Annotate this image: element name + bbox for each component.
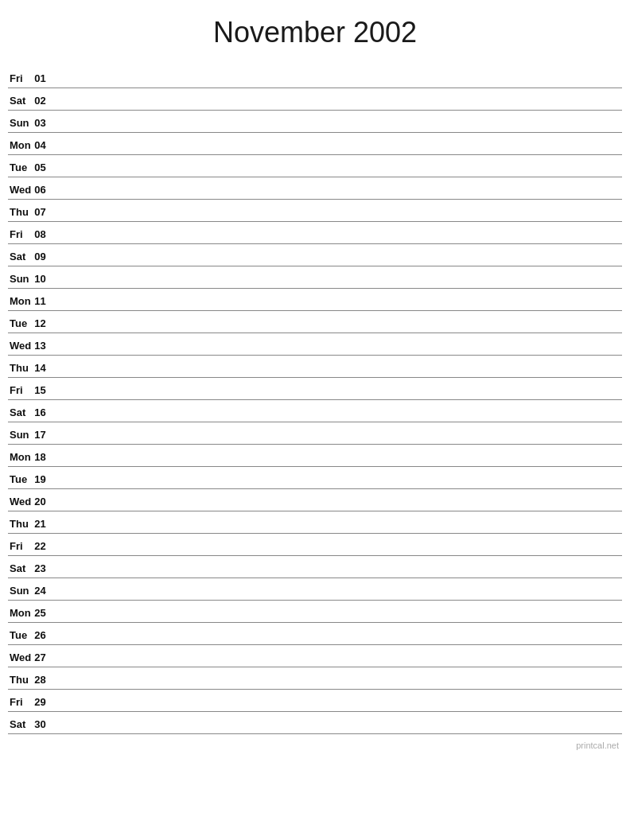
day-number: 16	[33, 399, 47, 422]
day-name: Sat	[8, 711, 33, 733]
day-number: 21	[33, 511, 47, 533]
day-name: Fri	[8, 689, 33, 711]
day-number: 13	[33, 332, 47, 355]
day-name: Thu	[8, 511, 33, 533]
calendar-row: Fri29	[8, 689, 622, 711]
day-number: 27	[33, 644, 47, 667]
day-line-cell	[48, 667, 622, 689]
day-name: Fri	[8, 65, 33, 88]
watermark: printcal.net	[8, 741, 622, 750]
day-line-cell	[48, 355, 622, 377]
day-number: 22	[33, 533, 47, 555]
day-line-cell	[48, 377, 622, 399]
day-name: Fri	[8, 221, 33, 243]
day-number: 30	[33, 711, 47, 733]
day-name: Tue	[8, 466, 33, 488]
calendar-row: Sat16	[8, 399, 622, 422]
calendar-row: Thu28	[8, 667, 622, 689]
day-number: 03	[33, 110, 47, 132]
day-number: 14	[33, 355, 47, 377]
day-name: Wed	[8, 332, 33, 355]
day-number: 19	[33, 466, 47, 488]
day-line-cell	[48, 622, 622, 644]
day-name: Sun	[8, 110, 33, 132]
day-name: Fri	[8, 377, 33, 399]
day-name: Mon	[8, 132, 33, 154]
calendar-row: Mon25	[8, 600, 622, 622]
day-name: Fri	[8, 533, 33, 555]
day-number: 01	[33, 65, 47, 88]
day-number: 12	[33, 310, 47, 332]
day-number: 23	[33, 555, 47, 578]
day-name: Mon	[8, 444, 33, 466]
day-line-cell	[48, 422, 622, 444]
calendar-row: Thu14	[8, 355, 622, 377]
day-name: Sat	[8, 555, 33, 578]
day-name: Wed	[8, 177, 33, 199]
calendar-row: Tue05	[8, 154, 622, 177]
calendar-row: Fri01	[8, 65, 622, 88]
calendar-row: Tue19	[8, 466, 622, 488]
calendar-row: Sat30	[8, 711, 622, 733]
day-number: 08	[33, 221, 47, 243]
day-number: 15	[33, 377, 47, 399]
day-number: 18	[33, 444, 47, 466]
day-number: 25	[33, 600, 47, 622]
day-line-cell	[48, 488, 622, 511]
day-name: Thu	[8, 667, 33, 689]
calendar-row: Wed20	[8, 488, 622, 511]
calendar-row: Fri22	[8, 533, 622, 555]
calendar-row: Mon11	[8, 288, 622, 310]
calendar-row: Sat02	[8, 88, 622, 110]
calendar-row: Mon18	[8, 444, 622, 466]
day-line-cell	[48, 555, 622, 578]
day-number: 04	[33, 132, 47, 154]
day-line-cell	[48, 444, 622, 466]
page-title: November 2002	[8, 16, 622, 49]
day-number: 29	[33, 689, 47, 711]
day-line-cell	[48, 399, 622, 422]
day-line-cell	[48, 600, 622, 622]
day-number: 02	[33, 88, 47, 110]
day-line-cell	[48, 177, 622, 199]
day-line-cell	[48, 310, 622, 332]
calendar-row: Thu21	[8, 511, 622, 533]
day-name: Sat	[8, 399, 33, 422]
day-number: 17	[33, 422, 47, 444]
day-name: Tue	[8, 310, 33, 332]
day-line-cell	[48, 689, 622, 711]
day-name: Thu	[8, 199, 33, 221]
day-number: 09	[33, 243, 47, 266]
calendar-row: Sun10	[8, 266, 622, 288]
day-name: Tue	[8, 622, 33, 644]
day-line-cell	[48, 199, 622, 221]
day-number: 26	[33, 622, 47, 644]
calendar-row: Tue26	[8, 622, 622, 644]
day-name: Sun	[8, 266, 33, 288]
calendar-row: Tue12	[8, 310, 622, 332]
day-name: Mon	[8, 600, 33, 622]
day-line-cell	[48, 65, 622, 88]
day-line-cell	[48, 221, 622, 243]
day-number: 28	[33, 667, 47, 689]
day-number: 11	[33, 288, 47, 310]
day-name: Sun	[8, 422, 33, 444]
day-line-cell	[48, 154, 622, 177]
day-line-cell	[48, 511, 622, 533]
calendar-row: Mon04	[8, 132, 622, 154]
day-name: Tue	[8, 154, 33, 177]
calendar-row: Sun03	[8, 110, 622, 132]
day-name: Wed	[8, 488, 33, 511]
day-line-cell	[48, 533, 622, 555]
calendar-row: Fri15	[8, 377, 622, 399]
day-line-cell	[48, 132, 622, 154]
day-line-cell	[48, 711, 622, 733]
calendar-row: Wed13	[8, 332, 622, 355]
day-number: 07	[33, 199, 47, 221]
day-line-cell	[48, 243, 622, 266]
calendar-row: Thu07	[8, 199, 622, 221]
day-line-cell	[48, 110, 622, 132]
day-number: 24	[33, 578, 47, 600]
day-name: Thu	[8, 355, 33, 377]
calendar-row: Sat09	[8, 243, 622, 266]
